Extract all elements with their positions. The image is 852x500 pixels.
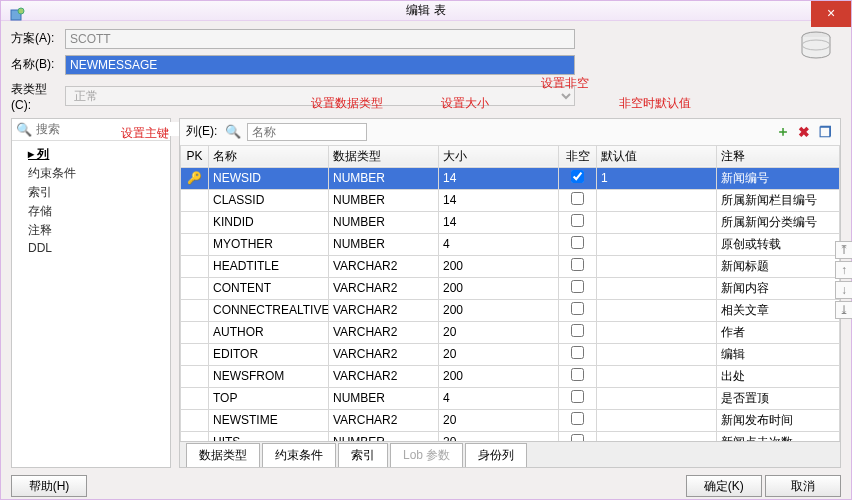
notnull-checkbox[interactable] bbox=[571, 214, 584, 227]
table-row[interactable]: CONNECTREALTIVEVARCHAR2200相关文章 bbox=[181, 299, 840, 321]
titlebar: 编辑 表 × bbox=[1, 1, 851, 21]
columns-grid[interactable]: PK名称数据类型大小非空默认值注释 🔑NEWSIDNUMBER141新闻编号CL… bbox=[180, 145, 840, 441]
left-panel: 🔍 ▸ 列约束条件索引存储注释DDL bbox=[11, 118, 171, 468]
schema-select[interactable] bbox=[65, 29, 575, 49]
category-tree: ▸ 列约束条件索引存储注释DDL bbox=[12, 141, 170, 467]
table-row[interactable]: TOPNUMBER4是否置顶 bbox=[181, 387, 840, 409]
move-top-button[interactable]: ⤒ bbox=[835, 241, 852, 259]
table-row[interactable]: HEADTITLEVARCHAR2200新闻标题 bbox=[181, 255, 840, 277]
move-down-button[interactable]: ↓ bbox=[835, 281, 852, 299]
tree-item-4[interactable]: 注释 bbox=[18, 221, 164, 240]
detail-tab[interactable]: 数据类型 bbox=[186, 443, 260, 467]
tabletype-select[interactable]: 正常 bbox=[65, 86, 575, 106]
tree-item-3[interactable]: 存储 bbox=[18, 202, 164, 221]
notnull-checkbox[interactable] bbox=[571, 412, 584, 425]
detail-tab[interactable]: 索引 bbox=[338, 443, 388, 467]
table-row[interactable]: NEWSTIMEVARCHAR220新闻发布时间 bbox=[181, 409, 840, 431]
tree-item-2[interactable]: 索引 bbox=[18, 183, 164, 202]
tabletype-label: 表类型(C): bbox=[11, 81, 65, 112]
notnull-checkbox[interactable] bbox=[571, 192, 584, 205]
notnull-checkbox[interactable] bbox=[571, 236, 584, 249]
window-title: 编辑 表 bbox=[406, 2, 445, 19]
svg-point-1 bbox=[18, 8, 24, 14]
detail-tab[interactable]: 约束条件 bbox=[262, 443, 336, 467]
move-up-button[interactable]: ↑ bbox=[835, 261, 852, 279]
col-header[interactable]: 大小 bbox=[439, 145, 559, 167]
move-bottom-button[interactable]: ⤓ bbox=[835, 301, 852, 319]
notnull-checkbox[interactable] bbox=[571, 324, 584, 337]
columns-label: 列(E): bbox=[186, 123, 217, 140]
notnull-checkbox[interactable] bbox=[571, 346, 584, 359]
delete-column-button[interactable]: ✖ bbox=[795, 123, 813, 141]
col-header[interactable]: 名称 bbox=[209, 145, 329, 167]
col-header[interactable]: 注释 bbox=[717, 145, 840, 167]
notnull-checkbox[interactable] bbox=[571, 390, 584, 403]
table-row[interactable]: 🔑NEWSIDNUMBER141新闻编号 bbox=[181, 167, 840, 189]
detail-tab[interactable]: 身份列 bbox=[465, 443, 527, 467]
table-row[interactable]: CLASSIDNUMBER14所属新闻栏目编号 bbox=[181, 189, 840, 211]
ok-button[interactable]: 确定(K) bbox=[686, 475, 762, 497]
notnull-checkbox[interactable] bbox=[571, 368, 584, 381]
col-search-icon: 🔍 bbox=[225, 124, 241, 139]
name-label: 名称(B): bbox=[11, 56, 65, 73]
detail-tabs: 数据类型约束条件索引Lob 参数身份列 bbox=[180, 441, 840, 467]
table-row[interactable]: EDITORVARCHAR220编辑 bbox=[181, 343, 840, 365]
table-row[interactable]: NEWSFROMVARCHAR2200出处 bbox=[181, 365, 840, 387]
search-icon: 🔍 bbox=[16, 122, 32, 137]
schema-label: 方案(A): bbox=[11, 30, 65, 47]
table-row[interactable]: MYOTHERNUMBER4原创或转载 bbox=[181, 233, 840, 255]
col-header[interactable]: 数据类型 bbox=[329, 145, 439, 167]
right-panel: 列(E): 🔍 ＋ ✖ ❐ PK名称数据类型大小非空默认值注释 🔑NEWSIDN… bbox=[179, 118, 841, 468]
col-header[interactable]: 非空 bbox=[559, 145, 597, 167]
tree-item-0[interactable]: ▸ 列 bbox=[18, 145, 164, 164]
notnull-checkbox[interactable] bbox=[571, 280, 584, 293]
tree-item-1[interactable]: 约束条件 bbox=[18, 164, 164, 183]
database-icon bbox=[799, 31, 833, 68]
notnull-checkbox[interactable] bbox=[571, 302, 584, 315]
table-row[interactable]: CONTENTVARCHAR2200新闻内容 bbox=[181, 277, 840, 299]
tree-search-input[interactable] bbox=[36, 122, 186, 136]
col-header[interactable]: PK bbox=[181, 145, 209, 167]
name-input[interactable] bbox=[65, 55, 575, 75]
add-column-button[interactable]: ＋ bbox=[774, 123, 792, 141]
column-search-input[interactable] bbox=[247, 123, 367, 141]
col-header[interactable]: 默认值 bbox=[597, 145, 717, 167]
cancel-button[interactable]: 取消 bbox=[765, 475, 841, 497]
copy-column-button[interactable]: ❐ bbox=[816, 123, 834, 141]
reorder-buttons: ⤒ ↑ ↓ ⤓ bbox=[835, 241, 852, 319]
detail-tab: Lob 参数 bbox=[390, 443, 463, 467]
help-button[interactable]: 帮助(H) bbox=[11, 475, 87, 497]
notnull-checkbox[interactable] bbox=[571, 258, 584, 271]
table-row[interactable]: KINDIDNUMBER14所属新闻分类编号 bbox=[181, 211, 840, 233]
notnull-checkbox[interactable] bbox=[571, 170, 584, 183]
tree-item-5[interactable]: DDL bbox=[18, 240, 164, 256]
table-row[interactable]: HITSNUMBER20新闻点击次数 bbox=[181, 431, 840, 441]
table-row[interactable]: AUTHORVARCHAR220作者 bbox=[181, 321, 840, 343]
